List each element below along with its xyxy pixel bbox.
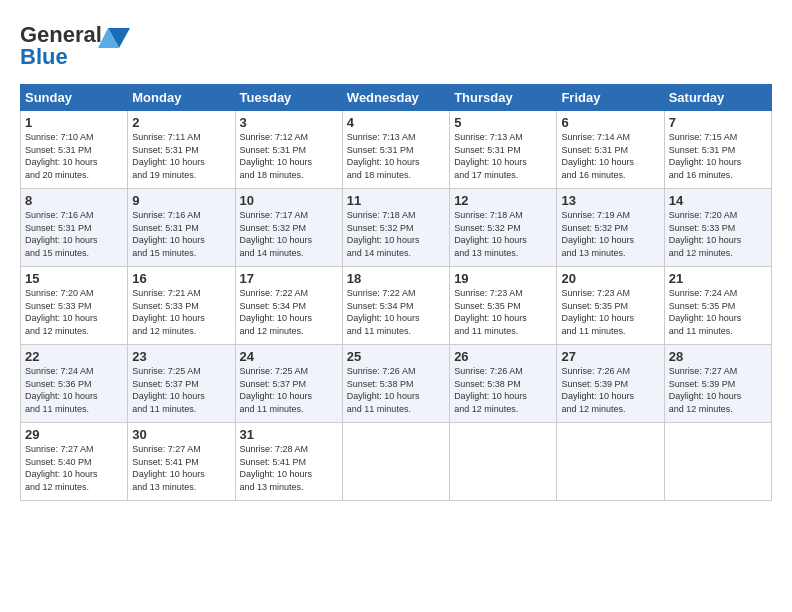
week-row-5: 29Sunrise: 7:27 AM Sunset: 5:40 PM Dayli… — [21, 423, 772, 501]
day-info: Sunrise: 7:13 AM Sunset: 5:31 PM Dayligh… — [454, 131, 552, 181]
day-cell: 22Sunrise: 7:24 AM Sunset: 5:36 PM Dayli… — [21, 345, 128, 423]
day-number: 16 — [132, 271, 230, 286]
day-number: 2 — [132, 115, 230, 130]
day-info: Sunrise: 7:18 AM Sunset: 5:32 PM Dayligh… — [347, 209, 445, 259]
day-info: Sunrise: 7:27 AM Sunset: 5:39 PM Dayligh… — [669, 365, 767, 415]
logo-text: General Blue — [20, 18, 130, 74]
day-number: 28 — [669, 349, 767, 364]
day-info: Sunrise: 7:10 AM Sunset: 5:31 PM Dayligh… — [25, 131, 123, 181]
day-info: Sunrise: 7:24 AM Sunset: 5:36 PM Dayligh… — [25, 365, 123, 415]
col-header-monday: Monday — [128, 85, 235, 111]
day-number: 1 — [25, 115, 123, 130]
day-cell: 30Sunrise: 7:27 AM Sunset: 5:41 PM Dayli… — [128, 423, 235, 501]
header-row: SundayMondayTuesdayWednesdayThursdayFrid… — [21, 85, 772, 111]
day-info: Sunrise: 7:23 AM Sunset: 5:35 PM Dayligh… — [561, 287, 659, 337]
day-cell: 5Sunrise: 7:13 AM Sunset: 5:31 PM Daylig… — [450, 111, 557, 189]
day-cell — [342, 423, 449, 501]
day-cell: 6Sunrise: 7:14 AM Sunset: 5:31 PM Daylig… — [557, 111, 664, 189]
calendar-table: SundayMondayTuesdayWednesdayThursdayFrid… — [20, 84, 772, 501]
day-number: 15 — [25, 271, 123, 286]
day-number: 20 — [561, 271, 659, 286]
day-cell: 2Sunrise: 7:11 AM Sunset: 5:31 PM Daylig… — [128, 111, 235, 189]
day-number: 14 — [669, 193, 767, 208]
day-number: 30 — [132, 427, 230, 442]
day-number: 23 — [132, 349, 230, 364]
col-header-thursday: Thursday — [450, 85, 557, 111]
day-number: 31 — [240, 427, 338, 442]
day-info: Sunrise: 7:20 AM Sunset: 5:33 PM Dayligh… — [669, 209, 767, 259]
day-info: Sunrise: 7:25 AM Sunset: 5:37 PM Dayligh… — [132, 365, 230, 415]
day-info: Sunrise: 7:22 AM Sunset: 5:34 PM Dayligh… — [347, 287, 445, 337]
logo: General Blue — [20, 18, 130, 74]
day-cell: 17Sunrise: 7:22 AM Sunset: 5:34 PM Dayli… — [235, 267, 342, 345]
day-info: Sunrise: 7:26 AM Sunset: 5:39 PM Dayligh… — [561, 365, 659, 415]
day-cell: 13Sunrise: 7:19 AM Sunset: 5:32 PM Dayli… — [557, 189, 664, 267]
day-number: 11 — [347, 193, 445, 208]
day-number: 22 — [25, 349, 123, 364]
day-info: Sunrise: 7:27 AM Sunset: 5:41 PM Dayligh… — [132, 443, 230, 493]
week-row-2: 8Sunrise: 7:16 AM Sunset: 5:31 PM Daylig… — [21, 189, 772, 267]
col-header-wednesday: Wednesday — [342, 85, 449, 111]
day-info: Sunrise: 7:23 AM Sunset: 5:35 PM Dayligh… — [454, 287, 552, 337]
day-number: 25 — [347, 349, 445, 364]
day-cell: 31Sunrise: 7:28 AM Sunset: 5:41 PM Dayli… — [235, 423, 342, 501]
col-header-friday: Friday — [557, 85, 664, 111]
day-info: Sunrise: 7:16 AM Sunset: 5:31 PM Dayligh… — [132, 209, 230, 259]
day-cell: 3Sunrise: 7:12 AM Sunset: 5:31 PM Daylig… — [235, 111, 342, 189]
svg-text:Blue: Blue — [20, 44, 68, 69]
day-info: Sunrise: 7:24 AM Sunset: 5:35 PM Dayligh… — [669, 287, 767, 337]
day-number: 19 — [454, 271, 552, 286]
page: General Blue SundayMondayTuesdayWednesda… — [0, 0, 792, 511]
day-number: 7 — [669, 115, 767, 130]
day-info: Sunrise: 7:27 AM Sunset: 5:40 PM Dayligh… — [25, 443, 123, 493]
day-number: 26 — [454, 349, 552, 364]
day-number: 24 — [240, 349, 338, 364]
day-cell: 23Sunrise: 7:25 AM Sunset: 5:37 PM Dayli… — [128, 345, 235, 423]
day-info: Sunrise: 7:19 AM Sunset: 5:32 PM Dayligh… — [561, 209, 659, 259]
day-cell: 11Sunrise: 7:18 AM Sunset: 5:32 PM Dayli… — [342, 189, 449, 267]
day-number: 21 — [669, 271, 767, 286]
col-header-tuesday: Tuesday — [235, 85, 342, 111]
day-info: Sunrise: 7:17 AM Sunset: 5:32 PM Dayligh… — [240, 209, 338, 259]
week-row-3: 15Sunrise: 7:20 AM Sunset: 5:33 PM Dayli… — [21, 267, 772, 345]
day-cell: 27Sunrise: 7:26 AM Sunset: 5:39 PM Dayli… — [557, 345, 664, 423]
day-info: Sunrise: 7:26 AM Sunset: 5:38 PM Dayligh… — [347, 365, 445, 415]
day-cell: 9Sunrise: 7:16 AM Sunset: 5:31 PM Daylig… — [128, 189, 235, 267]
day-info: Sunrise: 7:20 AM Sunset: 5:33 PM Dayligh… — [25, 287, 123, 337]
day-number: 12 — [454, 193, 552, 208]
day-cell: 4Sunrise: 7:13 AM Sunset: 5:31 PM Daylig… — [342, 111, 449, 189]
day-info: Sunrise: 7:26 AM Sunset: 5:38 PM Dayligh… — [454, 365, 552, 415]
day-cell: 8Sunrise: 7:16 AM Sunset: 5:31 PM Daylig… — [21, 189, 128, 267]
day-cell: 18Sunrise: 7:22 AM Sunset: 5:34 PM Dayli… — [342, 267, 449, 345]
day-number: 18 — [347, 271, 445, 286]
day-cell: 25Sunrise: 7:26 AM Sunset: 5:38 PM Dayli… — [342, 345, 449, 423]
day-number: 27 — [561, 349, 659, 364]
col-header-saturday: Saturday — [664, 85, 771, 111]
day-number: 13 — [561, 193, 659, 208]
day-number: 5 — [454, 115, 552, 130]
day-info: Sunrise: 7:22 AM Sunset: 5:34 PM Dayligh… — [240, 287, 338, 337]
day-number: 17 — [240, 271, 338, 286]
day-cell — [557, 423, 664, 501]
day-number: 6 — [561, 115, 659, 130]
day-info: Sunrise: 7:11 AM Sunset: 5:31 PM Dayligh… — [132, 131, 230, 181]
day-cell: 19Sunrise: 7:23 AM Sunset: 5:35 PM Dayli… — [450, 267, 557, 345]
day-cell: 29Sunrise: 7:27 AM Sunset: 5:40 PM Dayli… — [21, 423, 128, 501]
header: General Blue — [20, 18, 772, 74]
day-cell: 21Sunrise: 7:24 AM Sunset: 5:35 PM Dayli… — [664, 267, 771, 345]
day-cell: 12Sunrise: 7:18 AM Sunset: 5:32 PM Dayli… — [450, 189, 557, 267]
day-cell: 26Sunrise: 7:26 AM Sunset: 5:38 PM Dayli… — [450, 345, 557, 423]
day-info: Sunrise: 7:16 AM Sunset: 5:31 PM Dayligh… — [25, 209, 123, 259]
day-info: Sunrise: 7:21 AM Sunset: 5:33 PM Dayligh… — [132, 287, 230, 337]
week-row-1: 1Sunrise: 7:10 AM Sunset: 5:31 PM Daylig… — [21, 111, 772, 189]
day-cell: 1Sunrise: 7:10 AM Sunset: 5:31 PM Daylig… — [21, 111, 128, 189]
day-cell — [664, 423, 771, 501]
day-info: Sunrise: 7:13 AM Sunset: 5:31 PM Dayligh… — [347, 131, 445, 181]
day-info: Sunrise: 7:15 AM Sunset: 5:31 PM Dayligh… — [669, 131, 767, 181]
day-cell — [450, 423, 557, 501]
day-info: Sunrise: 7:12 AM Sunset: 5:31 PM Dayligh… — [240, 131, 338, 181]
day-info: Sunrise: 7:18 AM Sunset: 5:32 PM Dayligh… — [454, 209, 552, 259]
day-number: 9 — [132, 193, 230, 208]
day-cell: 28Sunrise: 7:27 AM Sunset: 5:39 PM Dayli… — [664, 345, 771, 423]
day-cell: 10Sunrise: 7:17 AM Sunset: 5:32 PM Dayli… — [235, 189, 342, 267]
